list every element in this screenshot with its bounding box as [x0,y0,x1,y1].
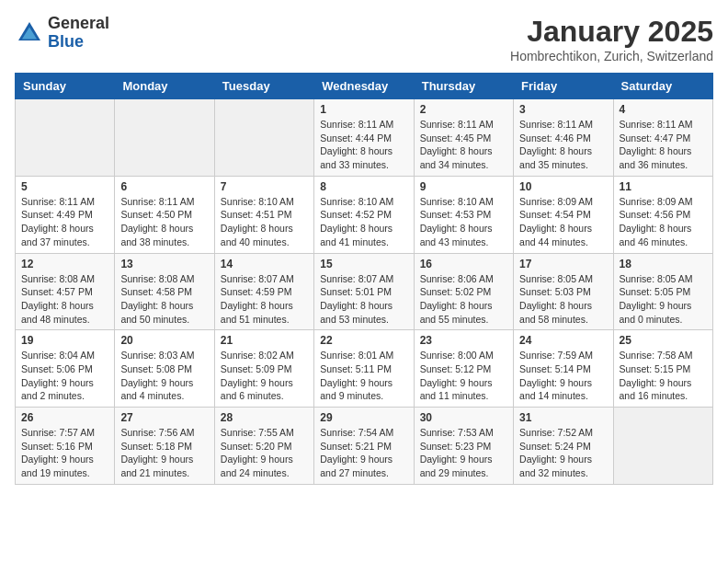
day-info: Sunrise: 8:04 AMSunset: 5:06 PMDaylight:… [21,349,108,403]
day-info: Sunrise: 8:06 AMSunset: 5:02 PMDaylight:… [420,272,507,327]
day-info: Sunrise: 8:11 AMSunset: 4:44 PMDaylight:… [320,118,407,172]
title-section: January 2025 Hombrechtikon, Zurich, Swit… [510,15,713,63]
day-number: 29 [320,411,407,424]
location-text: Hombrechtikon, Zurich, Switzerland [510,49,713,63]
day-number: 27 [120,411,208,424]
day-number: 19 [21,334,108,347]
calendar-cell: 31Sunrise: 7:52 AMSunset: 5:24 PMDayligh… [514,408,613,485]
day-number: 28 [221,411,308,424]
day-number: 2 [420,103,507,116]
day-number: 17 [519,258,607,270]
calendar-cell: 23Sunrise: 8:00 AMSunset: 5:12 PMDayligh… [414,330,513,408]
calendar-cell: 1Sunrise: 8:11 AMSunset: 4:44 PMDaylight… [314,99,414,177]
day-number: 7 [221,180,308,193]
day-number: 9 [420,180,507,193]
day-number: 21 [221,334,308,347]
calendar-cell: 18Sunrise: 8:05 AMSunset: 5:05 PMDayligh… [613,253,712,330]
day-info: Sunrise: 7:56 AMSunset: 5:18 PMDaylight:… [120,426,208,480]
day-number: 13 [120,258,208,270]
weekday-header-thursday: Thursday [414,74,513,99]
weekday-header-sunday: Sunday [16,74,115,99]
day-number: 18 [620,258,707,270]
day-info: Sunrise: 8:10 AMSunset: 4:51 PMDaylight:… [221,195,308,249]
day-number: 11 [620,180,707,193]
calendar-cell [214,99,313,177]
calendar-cell: 25Sunrise: 7:58 AMSunset: 5:15 PMDayligh… [613,330,712,408]
weekday-header-saturday: Saturday [613,74,712,99]
week-row-4: 19Sunrise: 8:04 AMSunset: 5:06 PMDayligh… [16,330,713,408]
calendar-cell: 17Sunrise: 8:05 AMSunset: 5:03 PMDayligh… [514,253,613,330]
day-info: Sunrise: 8:00 AMSunset: 5:12 PMDaylight:… [420,349,507,403]
calendar-cell: 30Sunrise: 7:53 AMSunset: 5:23 PMDayligh… [414,408,513,485]
day-info: Sunrise: 7:55 AMSunset: 5:20 PMDaylight:… [221,426,308,480]
day-number: 15 [320,258,407,270]
day-info: Sunrise: 7:59 AMSunset: 5:14 PMDaylight:… [519,349,607,403]
day-info: Sunrise: 8:08 AMSunset: 4:58 PMDaylight:… [120,272,208,327]
day-number: 1 [320,103,407,116]
calendar-cell: 4Sunrise: 8:11 AMSunset: 4:47 PMDaylight… [613,99,712,177]
day-number: 8 [320,180,407,193]
logo-blue-text: Blue [48,33,109,52]
calendar-cell: 27Sunrise: 7:56 AMSunset: 5:18 PMDayligh… [115,408,214,485]
day-info: Sunrise: 8:11 AMSunset: 4:49 PMDaylight:… [21,195,108,249]
calendar-cell: 15Sunrise: 8:07 AMSunset: 5:01 PMDayligh… [314,253,414,330]
calendar-cell: 29Sunrise: 7:54 AMSunset: 5:21 PMDayligh… [314,408,414,485]
calendar-cell: 19Sunrise: 8:04 AMSunset: 5:06 PMDayligh… [16,330,115,408]
weekday-header-row: SundayMondayTuesdayWednesdayThursdayFrid… [16,74,713,99]
day-info: Sunrise: 8:08 AMSunset: 4:57 PMDaylight:… [21,272,108,327]
day-number: 12 [21,258,108,270]
logo-general-text: General [48,15,109,33]
calendar-cell: 12Sunrise: 8:08 AMSunset: 4:57 PMDayligh… [16,253,115,330]
calendar-cell: 10Sunrise: 8:09 AMSunset: 4:54 PMDayligh… [514,176,613,253]
day-info: Sunrise: 8:09 AMSunset: 4:54 PMDaylight:… [519,195,607,249]
calendar-cell: 5Sunrise: 8:11 AMSunset: 4:49 PMDaylight… [16,176,115,253]
day-number: 14 [221,258,308,270]
day-info: Sunrise: 7:57 AMSunset: 5:16 PMDaylight:… [21,426,108,480]
day-number: 26 [21,411,108,424]
calendar-cell: 11Sunrise: 8:09 AMSunset: 4:56 PMDayligh… [613,176,712,253]
weekday-header-tuesday: Tuesday [214,74,313,99]
day-number: 20 [120,334,208,347]
month-title: January 2025 [510,15,713,49]
calendar-cell: 13Sunrise: 8:08 AMSunset: 4:58 PMDayligh… [115,253,214,330]
calendar-cell: 24Sunrise: 7:59 AMSunset: 5:14 PMDayligh… [514,330,613,408]
day-info: Sunrise: 8:02 AMSunset: 5:09 PMDaylight:… [221,349,308,403]
day-number: 3 [519,103,607,116]
calendar-table: SundayMondayTuesdayWednesdayThursdayFrid… [15,73,713,485]
day-info: Sunrise: 8:09 AMSunset: 4:56 PMDaylight:… [620,195,707,249]
day-info: Sunrise: 8:11 AMSunset: 4:46 PMDaylight:… [519,118,607,172]
weekday-header-friday: Friday [514,74,613,99]
logo-icon [15,18,44,48]
calendar-cell: 14Sunrise: 8:07 AMSunset: 4:59 PMDayligh… [214,253,313,330]
calendar-cell [613,408,712,485]
day-number: 30 [420,411,507,424]
day-info: Sunrise: 8:05 AMSunset: 5:05 PMDaylight:… [620,272,707,327]
calendar-cell: 16Sunrise: 8:06 AMSunset: 5:02 PMDayligh… [414,253,513,330]
week-row-1: 1Sunrise: 8:11 AMSunset: 4:44 PMDaylight… [16,99,713,177]
day-info: Sunrise: 8:07 AMSunset: 4:59 PMDaylight:… [221,272,308,327]
calendar-cell: 6Sunrise: 8:11 AMSunset: 4:50 PMDaylight… [115,176,214,253]
day-info: Sunrise: 8:03 AMSunset: 5:08 PMDaylight:… [120,349,208,403]
day-info: Sunrise: 8:10 AMSunset: 4:52 PMDaylight:… [320,195,407,249]
calendar-cell: 7Sunrise: 8:10 AMSunset: 4:51 PMDaylight… [214,176,313,253]
day-info: Sunrise: 8:11 AMSunset: 4:47 PMDaylight:… [620,118,707,172]
day-number: 24 [519,334,607,347]
weekday-header-monday: Monday [115,74,214,99]
day-info: Sunrise: 7:54 AMSunset: 5:21 PMDaylight:… [320,426,407,480]
weekday-header-wednesday: Wednesday [314,74,414,99]
day-number: 31 [519,411,607,424]
day-info: Sunrise: 8:10 AMSunset: 4:53 PMDaylight:… [420,195,507,249]
week-row-5: 26Sunrise: 7:57 AMSunset: 5:16 PMDayligh… [16,408,713,485]
day-number: 10 [519,180,607,193]
week-row-2: 5Sunrise: 8:11 AMSunset: 4:49 PMDaylight… [16,176,713,253]
day-number: 4 [620,103,707,116]
calendar-cell [115,99,214,177]
day-info: Sunrise: 7:53 AMSunset: 5:23 PMDaylight:… [420,426,507,480]
calendar-cell: 9Sunrise: 8:10 AMSunset: 4:53 PMDaylight… [414,176,513,253]
day-info: Sunrise: 8:11 AMSunset: 4:50 PMDaylight:… [120,195,208,249]
calendar-cell: 28Sunrise: 7:55 AMSunset: 5:20 PMDayligh… [214,408,313,485]
day-number: 5 [21,180,108,193]
calendar-cell: 20Sunrise: 8:03 AMSunset: 5:08 PMDayligh… [115,330,214,408]
calendar-cell: 8Sunrise: 8:10 AMSunset: 4:52 PMDaylight… [314,176,414,253]
day-info: Sunrise: 8:01 AMSunset: 5:11 PMDaylight:… [320,349,407,403]
